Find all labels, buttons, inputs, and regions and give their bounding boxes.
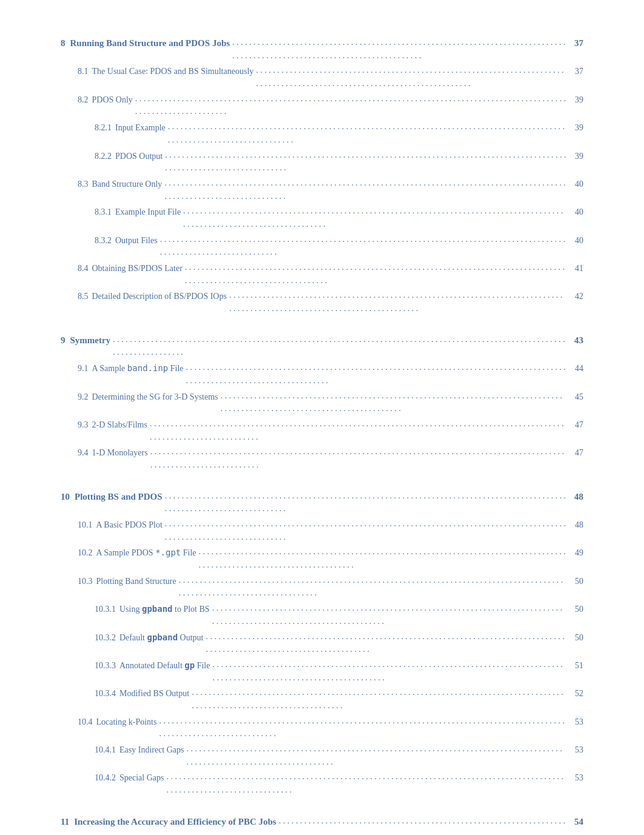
- entry-10-2[interactable]: 10.2A Sample PDOS *.gpt File49: [61, 546, 583, 572]
- entry-dots: [165, 149, 566, 175]
- entry-dots: [187, 742, 566, 768]
- label-10-3-1: 10.3.1Using gpband to Plot BS: [95, 603, 210, 616]
- chapter-label-11: 11Increasing the Accuracy and Efficiency…: [61, 815, 277, 829]
- page-8-3-2: 40: [569, 234, 583, 247]
- page-9-4: 47: [569, 446, 583, 460]
- label-8-1: 8.1The Usual Case: PDOS and BS Simultane…: [78, 65, 253, 78]
- entry-8-5[interactable]: 8.5Detailed Description of BS/PDOS IOps4…: [61, 290, 583, 316]
- entry-dots: [229, 289, 566, 315]
- entry-dots: [221, 389, 566, 415]
- entry-10-3[interactable]: 10.3Plotting Band Structure50: [61, 575, 583, 601]
- entry-8-4[interactable]: 8.4Obtaining BS/PDOS Later41: [61, 262, 583, 288]
- entry-8-1[interactable]: 8.1The Usual Case: PDOS and BS Simultane…: [61, 65, 583, 91]
- label-8-2: 8.2PDOS Only: [78, 93, 133, 107]
- label-9-2: 9.2Determining the SG for 3-D Systems: [78, 391, 218, 404]
- entry-dots: [206, 630, 566, 656]
- label-8-3-2: 8.3.2Output Files: [95, 234, 158, 247]
- chapter-page-8: 37: [569, 36, 583, 50]
- entry-9-1[interactable]: 9.1A Sample band.inp File44: [61, 362, 583, 388]
- entry-10-3-3[interactable]: 10.3.3Annotated Default gp File51: [61, 659, 583, 685]
- label-9-3: 9.32-D Slabs/Films: [78, 418, 147, 432]
- section-ch11: 11Increasing the Accuracy and Efficiency…: [61, 815, 583, 835]
- entry-dots: [150, 417, 566, 443]
- page-9-2: 45: [569, 391, 583, 404]
- chapter-entry-9[interactable]: 9Symmetry43: [61, 334, 583, 360]
- entry-dots: [183, 204, 566, 230]
- page-8-3-1: 40: [569, 206, 583, 219]
- chapter-dots: [113, 333, 566, 359]
- page-10-3-2: 50: [569, 631, 583, 645]
- entry-dots: [186, 361, 566, 387]
- page-10-3-3: 51: [569, 659, 583, 672]
- page-10-4: 53: [569, 716, 583, 729]
- page-8-1: 37: [569, 65, 583, 78]
- section-ch8: 8Running Band Structure and PDOS Jobs378…: [61, 36, 583, 317]
- chapter-entry-10[interactable]: 10Plotting BS and PDOS48: [61, 490, 583, 517]
- page-8-4: 41: [569, 262, 583, 275]
- entry-8-2[interactable]: 8.2PDOS Only39: [61, 93, 583, 119]
- entry-dots: [256, 64, 566, 90]
- label-8-2-1: 8.2.1Input Example: [95, 121, 166, 135]
- section-ch10: 10Plotting BS and PDOS4810.1A Basic PDOS…: [61, 490, 583, 798]
- entry-dots: [135, 92, 566, 118]
- entry-dots: [159, 714, 566, 740]
- entry-dots: [199, 545, 566, 571]
- entry-8-3-1[interactable]: 8.3.1Example Input File40: [61, 206, 583, 232]
- page-10-3-4: 52: [569, 687, 583, 700]
- entry-10-3-4[interactable]: 10.3.4Modified BS Output52: [61, 687, 583, 713]
- entry-dots: [166, 770, 566, 796]
- chapter-page-11: 54: [569, 815, 583, 829]
- entry-9-4[interactable]: 9.41-D Monolayers47: [61, 446, 583, 472]
- label-9-1: 9.1A Sample band.inp File: [78, 362, 184, 375]
- chapter-entry-11[interactable]: 11Increasing the Accuracy and Efficiency…: [61, 815, 583, 835]
- entry-8-3[interactable]: 8.3Band Structure Only40: [61, 178, 583, 204]
- label-10-4-1: 10.4.1Easy Indirect Gaps: [95, 743, 184, 757]
- entry-dots: [192, 686, 566, 712]
- entry-9-2[interactable]: 9.2Determining the SG for 3-D Systems45: [61, 391, 583, 417]
- label-10-3-3: 10.3.3Annotated Default gp File: [95, 659, 210, 672]
- entry-8-2-2[interactable]: 8.2.2PDOS Output39: [61, 150, 583, 176]
- entry-dots: [212, 658, 566, 684]
- page-9-3: 47: [569, 418, 583, 432]
- entry-dots: [160, 233, 566, 259]
- entry-10-1[interactable]: 10.1A Basic PDOS Plot48: [61, 518, 583, 545]
- chapter-entry-8[interactable]: 8Running Band Structure and PDOS Jobs37: [61, 36, 583, 63]
- page-8-3: 40: [569, 178, 583, 191]
- entry-dots: [165, 517, 566, 543]
- label-10-3: 10.3Plotting Band Structure: [78, 575, 176, 588]
- label-10-1: 10.1A Basic PDOS Plot: [78, 518, 163, 532]
- entry-dots: [185, 261, 566, 287]
- entry-10-3-2[interactable]: 10.3.2Default gpband Output50: [61, 631, 583, 657]
- page-10-1: 48: [569, 518, 583, 532]
- entry-10-4-1[interactable]: 10.4.1Easy Indirect Gaps53: [61, 743, 583, 770]
- label-10-3-4: 10.3.4Modified BS Output: [95, 687, 189, 700]
- entry-dots: [212, 602, 566, 628]
- label-10-4: 10.4Locating k-Points: [78, 716, 156, 729]
- label-8-3: 8.3Band Structure Only: [78, 178, 162, 191]
- page-8-5: 42: [569, 290, 583, 303]
- entry-8-2-1[interactable]: 8.2.1Input Example39: [61, 121, 583, 147]
- entry-10-4-2[interactable]: 10.4.2Special Gaps53: [61, 771, 583, 797]
- page-10-4-1: 53: [569, 743, 583, 757]
- label-8-3-1: 8.3.1Example Input File: [95, 206, 181, 219]
- page-10-3-1: 50: [569, 603, 583, 616]
- chapter-dots: [279, 814, 566, 835]
- label-8-4: 8.4Obtaining BS/PDOS Later: [78, 262, 183, 275]
- entry-8-3-2[interactable]: 8.3.2Output Files40: [61, 234, 583, 260]
- toc-container: 8Running Band Structure and PDOS Jobs378…: [61, 36, 583, 835]
- chapter-label-9: 9Symmetry: [61, 334, 110, 347]
- chapter-page-10: 48: [569, 490, 583, 504]
- label-8-5: 8.5Detailed Description of BS/PDOS IOps: [78, 290, 227, 303]
- page-10-4-2: 53: [569, 771, 583, 785]
- label-10-4-2: 10.4.2Special Gaps: [95, 771, 164, 785]
- label-10-3-2: 10.3.2Default gpband Output: [95, 631, 203, 645]
- entry-10-4[interactable]: 10.4Locating k-Points53: [61, 716, 583, 742]
- page-9-1: 44: [569, 362, 583, 375]
- page-8-2: 39: [569, 93, 583, 107]
- chapter-label-10: 10Plotting BS and PDOS: [61, 490, 163, 504]
- chapter-page-9: 43: [569, 334, 583, 347]
- entry-9-3[interactable]: 9.32-D Slabs/Films47: [61, 418, 583, 444]
- label-10-2: 10.2A Sample PDOS *.gpt File: [78, 546, 196, 560]
- entry-10-3-1[interactable]: 10.3.1Using gpband to Plot BS50: [61, 603, 583, 629]
- label-9-4: 9.41-D Monolayers: [78, 446, 148, 460]
